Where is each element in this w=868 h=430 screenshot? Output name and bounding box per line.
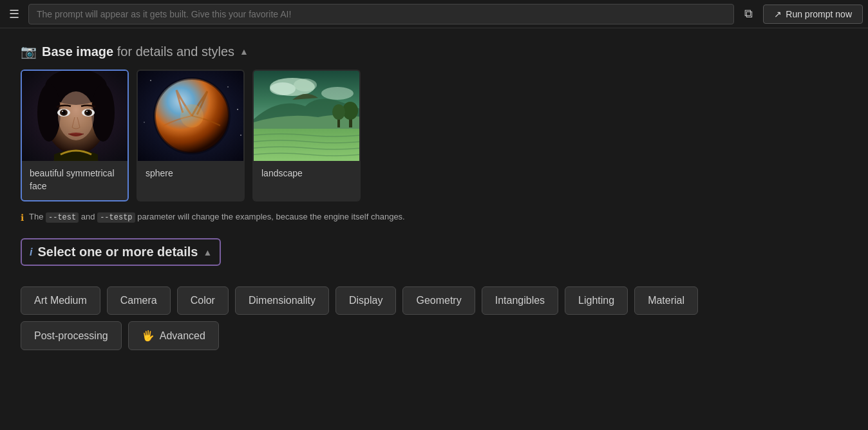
svg-point-10 — [62, 111, 63, 112]
details-icon: i — [30, 247, 32, 258]
image-thumb-sphere — [138, 71, 245, 161]
svg-point-20 — [240, 135, 241, 136]
svg-point-19 — [144, 122, 145, 123]
landscape-card-label: landscape — [254, 161, 359, 188]
base-image-collapse-arrow[interactable]: ▲ — [240, 46, 249, 57]
info-icon: ℹ — [21, 212, 24, 223]
image-card-face[interactable]: beautiful symmetrical face — [21, 70, 129, 201]
detail-btn-geometry[interactable]: Geometry — [402, 286, 475, 315]
face-card-label: beautiful symmetrical face — [22, 161, 127, 200]
svg-point-28 — [294, 79, 317, 91]
menu-button[interactable]: ☰ — [5, 5, 23, 24]
details-header: i Select one or more details ▲ — [21, 238, 221, 266]
base-image-title: Base image for details and styles — [42, 44, 234, 59]
base-image-header: 📷 Base image for details and styles ▲ — [21, 44, 847, 59]
advanced-icon: 🖐 — [142, 330, 155, 342]
prompt-input[interactable] — [28, 4, 734, 24]
run-icon: ↗ — [774, 9, 782, 19]
copy-button[interactable]: ⧉ — [739, 5, 758, 23]
detail-btn-post-processing[interactable]: Post-processing — [21, 321, 122, 350]
image-card-landscape[interactable]: landscape — [252, 70, 361, 201]
detail-btn-material[interactable]: Material — [634, 286, 698, 315]
main-content: 📷 Base image for details and styles ▲ — [0, 28, 868, 366]
advanced-label: Advanced — [160, 330, 205, 342]
detail-btn-lighting[interactable]: Lighting — [565, 286, 628, 315]
svg-point-17 — [227, 86, 229, 88]
run-prompt-button[interactable]: ↗ Run prompt now — [763, 5, 863, 24]
detail-btn-intangibles[interactable]: Intangibles — [482, 286, 558, 315]
detail-btn-color[interactable]: Color — [177, 286, 229, 315]
camera-icon: 📷 — [21, 44, 37, 59]
detail-btn-display[interactable]: Display — [335, 286, 396, 315]
image-card-sphere[interactable]: sphere — [137, 70, 245, 201]
image-grid: beautiful symmetrical face — [21, 70, 847, 201]
info-text: The --test and --testp parameter will ch… — [29, 212, 405, 222]
svg-point-27 — [270, 82, 296, 95]
svg-point-4 — [37, 84, 61, 142]
svg-rect-30 — [254, 129, 361, 161]
svg-point-34 — [332, 104, 345, 120]
menu-icon: ☰ — [9, 8, 19, 21]
svg-point-18 — [237, 109, 238, 110]
sphere-card-label: sphere — [138, 161, 243, 188]
svg-point-14 — [86, 111, 88, 112]
code-test: --test — [46, 212, 79, 223]
run-prompt-label: Run prompt now — [786, 9, 852, 19]
detail-btn-advanced[interactable]: 🖐 Advanced — [128, 321, 219, 350]
svg-point-5 — [91, 84, 115, 142]
top-bar: ☰ ⧉ ↗ Run prompt now — [0, 0, 868, 28]
svg-point-29 — [321, 87, 354, 100]
info-bar: ℹ The --test and --testp parameter will … — [21, 212, 847, 223]
details-title: Select one or more details — [37, 245, 198, 259]
svg-point-16 — [150, 80, 151, 81]
details-collapse-arrow[interactable]: ▲ — [203, 247, 212, 257]
code-testp: --testp — [97, 212, 135, 223]
details-buttons: Art Medium Camera Color Dimensionality D… — [21, 286, 847, 350]
detail-btn-dimensionality[interactable]: Dimensionality — [235, 286, 329, 315]
svg-point-23 — [180, 104, 203, 127]
copy-icon: ⧉ — [744, 7, 753, 20]
image-thumb-face — [22, 71, 129, 161]
detail-btn-art-medium[interactable]: Art Medium — [21, 286, 100, 315]
detail-btn-camera[interactable]: Camera — [107, 286, 171, 315]
image-thumb-landscape — [254, 71, 361, 161]
